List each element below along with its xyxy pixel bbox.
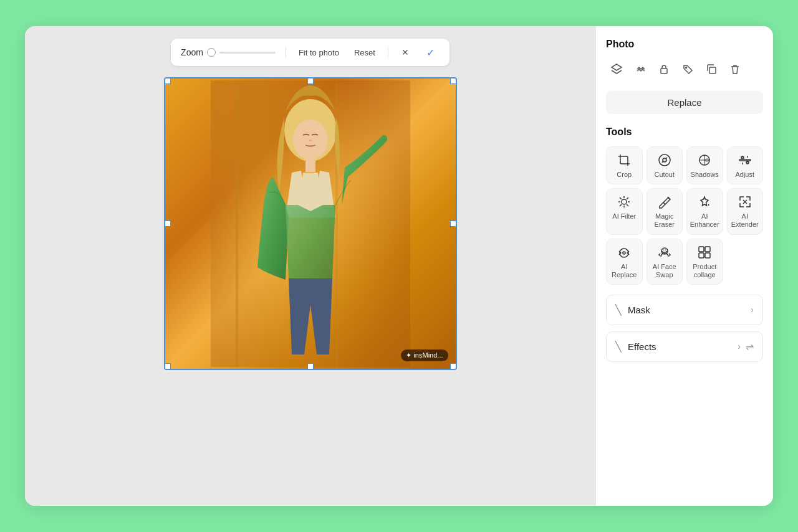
svg-rect-21 — [705, 253, 710, 258]
watermark: ✦ insMind... — [401, 349, 448, 361]
crop-handle-mid-left[interactable] — [165, 221, 171, 227]
svg-rect-5 — [305, 156, 315, 172]
mask-section-header[interactable]: ╲ Mask › — [607, 295, 762, 325]
tool-ai-filter[interactable]: AI Filter — [606, 188, 643, 234]
zoom-label: Zoom — [181, 47, 276, 57]
svg-rect-18 — [699, 247, 704, 252]
crop-handle-mid-right[interactable] — [450, 221, 456, 227]
svg-point-15 — [622, 199, 627, 204]
cutout-label: Cutout — [655, 171, 675, 179]
confirm-button[interactable]: ✓ — [422, 44, 440, 61]
tool-product-collage[interactable]: Product collage — [686, 239, 723, 285]
product-collage-icon — [698, 245, 711, 259]
adjust-icon — [738, 153, 752, 167]
app-container: Zoom Fit to photo Reset ✕ ✓ — [25, 26, 773, 506]
toolbar-divider-2 — [388, 47, 388, 58]
zoom-circle-icon — [207, 48, 216, 57]
tool-cutout[interactable]: Cutout — [647, 146, 683, 184]
fit-to-photo-button[interactable]: Fit to photo — [296, 47, 342, 59]
magic-eraser-icon — [658, 195, 671, 209]
crop-handle-top-left[interactable] — [165, 78, 171, 84]
svg-rect-20 — [699, 253, 704, 258]
shadows-icon — [698, 153, 711, 167]
mask-header-left: ╲ Mask — [615, 304, 650, 316]
replace-button[interactable]: Replace — [606, 91, 763, 114]
lock-button[interactable] — [653, 59, 675, 80]
reset-button[interactable]: Reset — [352, 47, 378, 59]
tool-magic-eraser[interactable]: Magic Eraser — [647, 188, 683, 234]
crop-icon — [617, 153, 631, 167]
svg-rect-19 — [705, 247, 710, 252]
delete-button[interactable] — [724, 59, 746, 80]
mask-label: Mask — [628, 305, 650, 315]
tool-adjust[interactable]: Adjust — [727, 146, 764, 184]
svg-rect-6 — [661, 69, 667, 74]
tool-ai-replace[interactable]: AI Replace — [606, 239, 643, 285]
tool-ai-face-swap[interactable]: AI Face Swap — [647, 239, 683, 285]
svg-rect-1 — [236, 80, 238, 367]
tools-section-title: Tools — [606, 126, 763, 138]
ai-filter-icon — [617, 195, 631, 209]
image-canvas — [165, 78, 456, 369]
model-svg — [211, 80, 410, 367]
ai-replace-icon — [617, 245, 631, 259]
tool-crop[interactable]: Crop — [606, 146, 643, 184]
product-collage-label: Product collage — [690, 263, 720, 279]
magic-eraser-label: Magic Eraser — [650, 212, 680, 229]
crop-handle-bottom-mid[interactable] — [307, 363, 314, 369]
zoom-slider[interactable] — [219, 52, 276, 54]
close-button[interactable]: ✕ — [398, 45, 412, 59]
ai-face-swap-icon — [658, 245, 671, 259]
svg-point-10 — [663, 158, 666, 162]
tool-ai-extender[interactable]: AI Extender — [727, 188, 764, 234]
ai-extender-label: AI Extender — [730, 212, 761, 229]
animation-button[interactable] — [630, 59, 651, 80]
effects-right-controls: › ⇌ — [738, 341, 754, 353]
canvas-area: Zoom Fit to photo Reset ✕ ✓ — [25, 26, 595, 506]
ai-replace-label: AI Replace — [609, 263, 640, 279]
tool-shadows[interactable]: Shadows — [686, 146, 723, 184]
photo-icon-toolbar — [606, 59, 763, 80]
cutout-icon — [658, 153, 671, 167]
crop-handle-top-right[interactable] — [450, 78, 456, 84]
crop-handle-bottom-left[interactable] — [165, 363, 171, 369]
photo-section-title: Photo — [606, 39, 763, 50]
tools-grid: Crop Cutout — [606, 146, 763, 285]
mask-chevron-icon: › — [751, 305, 754, 315]
svg-point-16 — [623, 252, 625, 254]
svg-point-4 — [293, 120, 328, 159]
ai-enhancer-label: AI Enhancer — [690, 212, 720, 229]
ai-extender-icon — [738, 195, 752, 209]
svg-rect-8 — [709, 67, 716, 74]
ai-face-swap-label: AI Face Swap — [650, 263, 680, 279]
crop-handle-top-mid[interactable] — [307, 78, 314, 84]
ai-filter-label: AI Filter — [612, 212, 636, 221]
effects-section: ╲ Effects › ⇌ — [606, 331, 763, 362]
effects-header-left: ╲ Effects — [615, 341, 656, 353]
zoom-toolbar: Zoom Fit to photo Reset ✕ ✓ — [171, 39, 449, 66]
right-panel: Photo — [595, 26, 773, 506]
effects-settings-icon[interactable]: ⇌ — [746, 341, 754, 353]
effects-section-header[interactable]: ╲ Effects › ⇌ — [607, 332, 762, 361]
copy-button[interactable] — [701, 59, 722, 80]
crop-label: Crop — [617, 171, 632, 179]
crop-handle-bottom-right[interactable] — [450, 363, 456, 369]
mask-section: ╲ Mask › — [606, 295, 763, 325]
effects-icon: ╲ — [615, 341, 622, 353]
shadows-label: Shadows — [691, 171, 719, 179]
svg-point-7 — [686, 67, 687, 69]
image-frame: ✦ insMind... — [164, 77, 457, 370]
ai-enhancer-icon — [698, 195, 711, 209]
toolbar-divider-1 — [286, 47, 286, 58]
adjust-label: Adjust — [735, 171, 754, 179]
label-button[interactable] — [677, 59, 698, 80]
svg-rect-12 — [739, 159, 751, 161]
effects-chevron-icon: › — [738, 341, 741, 351]
layers-button[interactable] — [606, 59, 627, 80]
mask-icon: ╲ — [615, 304, 622, 316]
effects-label: Effects — [628, 341, 656, 352]
tool-ai-enhancer[interactable]: AI Enhancer — [686, 188, 723, 234]
zoom-text: Zoom — [181, 47, 203, 57]
